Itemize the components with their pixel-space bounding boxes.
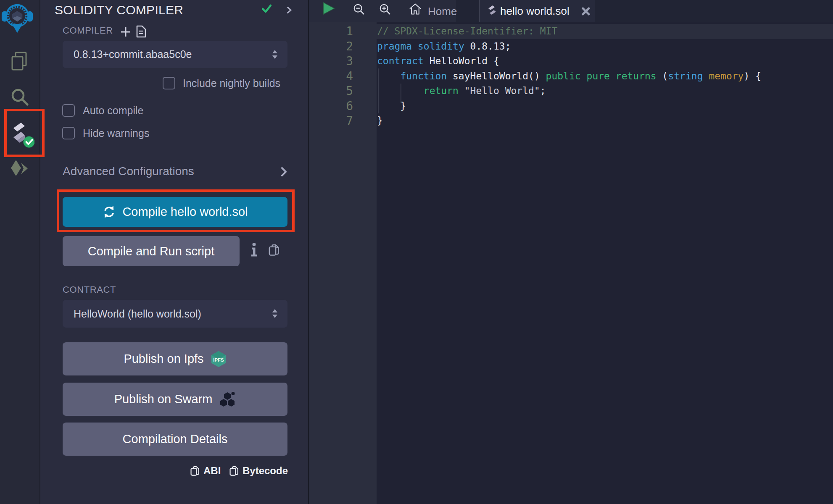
icon-sidebar bbox=[0, 0, 40, 504]
tab-label: hello world.sol bbox=[500, 5, 569, 18]
bytecode-label: Bytecode bbox=[243, 465, 288, 477]
publish-swarm-label: Publish on Swarm bbox=[114, 392, 213, 406]
compiler-section-label: COMPILER bbox=[63, 25, 113, 36]
side-panel: SOLIDITY COMPILER COMPILER 0.8.13+commit… bbox=[40, 0, 309, 504]
compiler-version-select[interactable]: 0.8.13+commit.abaa5c0e bbox=[63, 41, 287, 68]
compile-and-run-label: Compile and Run script bbox=[88, 244, 214, 258]
tab-hello-world[interactable]: hello world.sol bbox=[479, 0, 595, 22]
line-number: 7 bbox=[309, 113, 353, 129]
home-icon[interactable] bbox=[409, 3, 422, 16]
select-caret-icon bbox=[272, 50, 278, 60]
abi-copy[interactable]: ABI bbox=[190, 465, 221, 477]
select-caret-icon bbox=[272, 309, 278, 319]
compile-success-check-icon bbox=[262, 4, 272, 13]
line-numbers: 1234567 bbox=[309, 24, 353, 129]
close-tab-icon[interactable] bbox=[581, 6, 591, 16]
remix-logo-icon[interactable] bbox=[1, 1, 33, 35]
code-line[interactable]: pragma solidity 0.8.13; bbox=[377, 39, 761, 54]
panel-chevron-right-icon[interactable] bbox=[287, 7, 292, 13]
code-line[interactable]: } bbox=[377, 113, 761, 129]
info-icon[interactable] bbox=[251, 243, 257, 257]
add-compiler-icon[interactable] bbox=[120, 26, 132, 38]
bytecode-copy[interactable]: Bytecode bbox=[229, 465, 288, 477]
editor-topbar: Home hello world.sol bbox=[309, 0, 833, 22]
compile-and-run-button[interactable]: Compile and Run script bbox=[63, 236, 240, 266]
code-line[interactable]: // SPDX-License-Identifier: MIT bbox=[377, 24, 761, 39]
include-nightly-label: Include nightly builds bbox=[183, 77, 280, 89]
auto-compile-checkbox[interactable] bbox=[62, 104, 75, 117]
ipfs-logo-icon: IPFS bbox=[211, 351, 227, 368]
code-line[interactable]: return "Hello World"; bbox=[377, 84, 761, 99]
file-explorer-icon[interactable] bbox=[10, 51, 29, 71]
code-lines: // SPDX-License-Identifier: MITpragma so… bbox=[377, 24, 761, 129]
copy-icon[interactable] bbox=[269, 244, 279, 256]
deploy-run-icon[interactable] bbox=[10, 159, 29, 179]
line-number: 4 bbox=[309, 69, 353, 84]
publish-swarm-button[interactable]: Publish on Swarm bbox=[63, 383, 287, 416]
include-nightly-checkbox[interactable] bbox=[163, 77, 175, 89]
compiler-version-value: 0.8.13+commit.abaa5c0e bbox=[74, 48, 192, 60]
line-number: 2 bbox=[309, 39, 353, 54]
search-icon[interactable] bbox=[10, 87, 29, 108]
compilation-details-button[interactable]: Compilation Details bbox=[63, 423, 287, 456]
contract-select[interactable]: HelloWorld (hello world.sol) bbox=[63, 300, 287, 328]
annotation-box-compiler-icon bbox=[4, 109, 45, 157]
abi-label: ABI bbox=[203, 465, 221, 477]
line-number: 5 bbox=[309, 84, 353, 99]
publish-ipfs-button[interactable]: Publish on Ipfs IPFS bbox=[63, 342, 287, 375]
zoom-out-icon[interactable] bbox=[353, 3, 365, 16]
ipfs-badge-label: IPFS bbox=[213, 357, 224, 362]
compilation-details-label: Compilation Details bbox=[123, 432, 228, 446]
hide-warnings-checkbox[interactable] bbox=[62, 127, 75, 139]
code-editor[interactable]: 1234567 // SPDX-License-Identifier: MITp… bbox=[309, 22, 833, 504]
compiler-doc-icon[interactable] bbox=[136, 25, 147, 38]
zoom-in-icon[interactable] bbox=[379, 3, 391, 16]
line-number: 3 bbox=[309, 54, 353, 69]
code-line[interactable]: contract HelloWorld { bbox=[377, 54, 761, 69]
panel-title: SOLIDITY COMPILER bbox=[55, 3, 183, 17]
copy-icon bbox=[229, 466, 238, 476]
run-script-icon[interactable] bbox=[323, 2, 335, 15]
code-line[interactable]: } bbox=[377, 99, 761, 114]
swarm-logo-icon bbox=[219, 391, 236, 407]
advanced-chevron-icon[interactable] bbox=[281, 167, 287, 176]
hide-warnings-label: Hide warnings bbox=[83, 127, 149, 139]
contract-section-label: CONTRACT bbox=[63, 284, 116, 295]
auto-compile-label: Auto compile bbox=[83, 105, 144, 117]
solidity-file-icon bbox=[487, 5, 497, 18]
copy-icon bbox=[190, 466, 199, 476]
annotation-box-compile-button bbox=[57, 189, 295, 232]
publish-ipfs-label: Publish on Ipfs bbox=[124, 352, 203, 366]
contract-select-value: HelloWorld (hello world.sol) bbox=[74, 308, 201, 320]
advanced-configurations-label[interactable]: Advanced Configurations bbox=[63, 165, 194, 178]
line-number: 6 bbox=[309, 99, 353, 114]
line-number: 1 bbox=[309, 24, 353, 39]
tab-home[interactable]: Home bbox=[428, 5, 457, 18]
code-line[interactable]: function sayHelloWorld() public pure ret… bbox=[377, 69, 761, 84]
